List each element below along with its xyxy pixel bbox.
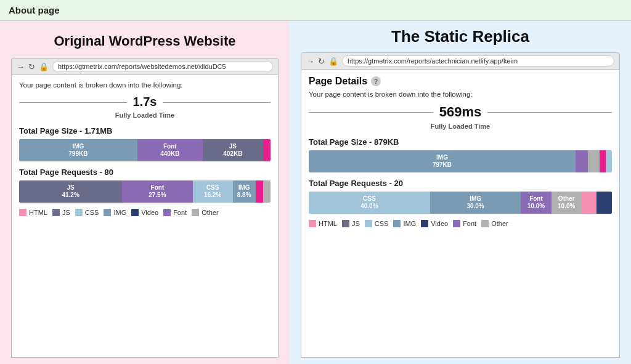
left-legend-img-label: IMG bbox=[113, 209, 126, 216]
right-page-details-heading: Page Details ? bbox=[309, 76, 612, 87]
right-legend: HTML JS CSS IMG bbox=[309, 220, 612, 227]
left-panel-title: Original WordPress Website bbox=[11, 33, 279, 49]
right-legend-video-label: Video bbox=[431, 220, 448, 227]
right-page-requests-bar: CSS 40.0% IMG 30.0% Font 10.0% Other 10.… bbox=[309, 192, 612, 214]
left-panel: Original WordPress Website → ↻ 🔒 https:/… bbox=[0, 21, 290, 364]
left-legend-html: HTML bbox=[19, 209, 47, 216]
right-swatch-video bbox=[421, 220, 428, 227]
left-page-size-bar: IMG 799KB Font 440KB JS 402KB bbox=[19, 139, 271, 161]
right-page-size-bar: IMG 797KB bbox=[309, 150, 612, 172]
right-legend-js: JS bbox=[342, 220, 360, 227]
right-load-time-wrapper: 569ms bbox=[309, 104, 612, 120]
right-url-bar[interactable]: https://gtmetrix.com/reports/actechnicia… bbox=[342, 55, 614, 67]
left-legend-video: Video bbox=[131, 209, 158, 216]
left-swatch-js bbox=[52, 209, 60, 216]
right-load-time-value: 569ms bbox=[433, 104, 488, 120]
left-size-seg-img: IMG 799KB bbox=[19, 139, 137, 161]
left-swatch-other bbox=[192, 209, 199, 216]
right-req-seg-html bbox=[582, 192, 597, 214]
left-intro-text: Your page content is broken down into th… bbox=[19, 81, 271, 89]
right-swatch-other bbox=[481, 220, 489, 227]
left-legend-video-label: Video bbox=[141, 209, 158, 216]
left-load-time-value: 1.7s bbox=[127, 95, 163, 109]
left-swatch-font bbox=[163, 209, 171, 216]
right-load-time-label: Fully Loaded Time bbox=[431, 123, 490, 130]
left-size-seg-accent bbox=[263, 139, 271, 161]
right-swatch-js bbox=[342, 220, 349, 227]
left-size-seg-js: JS 402KB bbox=[203, 139, 263, 161]
left-legend-html-label: HTML bbox=[29, 209, 47, 216]
right-legend-js-label: JS bbox=[352, 220, 360, 227]
left-load-time-wrapper: 1.7s bbox=[19, 95, 271, 109]
right-legend-img: IMG bbox=[393, 220, 416, 227]
right-size-seg-accent bbox=[600, 150, 606, 172]
right-swatch-img bbox=[393, 220, 401, 227]
left-req-seg-img: IMG 8.8% bbox=[233, 180, 256, 203]
left-legend-font-label: Font bbox=[173, 209, 187, 216]
left-url-bar[interactable]: https://gtmetrix.com/reports/websitedemo… bbox=[52, 61, 273, 72]
left-load-time-label: Fully Loaded Time bbox=[115, 111, 174, 119]
right-req-seg-font: Font 10.0% bbox=[521, 192, 551, 214]
right-req-seg-css: CSS 40.0% bbox=[309, 192, 430, 214]
left-page-size-title: Total Page Size - 1.71MB bbox=[19, 126, 271, 135]
right-legend-img-label: IMG bbox=[403, 220, 416, 227]
page-wrapper: About page Original WordPress Website → … bbox=[0, 0, 631, 364]
left-legend-css: CSS bbox=[75, 209, 99, 216]
right-size-seg-css bbox=[606, 150, 612, 172]
left-req-seg-accent bbox=[256, 180, 263, 203]
left-browser-content: Your page content is broken down into th… bbox=[11, 75, 279, 358]
right-swatch-font bbox=[453, 220, 460, 227]
right-req-seg-img: IMG 30.0% bbox=[430, 192, 521, 214]
left-legend-css-label: CSS bbox=[85, 209, 99, 216]
left-swatch-html bbox=[19, 209, 26, 216]
top-bar-label: About page bbox=[9, 5, 60, 15]
left-legend-js-label: JS bbox=[62, 209, 70, 216]
left-legend-other-label: Other bbox=[202, 209, 219, 216]
right-legend-other-label: Other bbox=[491, 220, 508, 227]
left-swatch-css bbox=[75, 209, 83, 216]
left-load-time-section: 1.7s Fully Loaded Time bbox=[19, 95, 271, 119]
right-legend-font-label: Font bbox=[463, 220, 476, 227]
right-legend-css: CSS bbox=[365, 220, 389, 227]
right-panel-heading: The Static Replica bbox=[301, 27, 620, 46]
lock-icon: 🔒 bbox=[39, 62, 49, 71]
main-content: Original WordPress Website → ↻ 🔒 https:/… bbox=[0, 21, 631, 364]
top-bar: About page bbox=[0, 0, 631, 21]
left-page-requests-bar: JS 41.2% Font 27.5% CSS 16.2% IMG 8.8% bbox=[19, 180, 271, 203]
help-badge[interactable]: ? bbox=[371, 76, 381, 86]
right-legend-other: Other bbox=[481, 220, 508, 227]
left-legend-js: JS bbox=[52, 209, 70, 216]
right-size-seg-other bbox=[588, 150, 600, 172]
left-req-seg-other bbox=[263, 180, 271, 203]
right-req-seg-video bbox=[596, 192, 612, 214]
right-intro-text: Your page content is broken down into th… bbox=[309, 91, 612, 98]
right-swatch-css bbox=[365, 220, 372, 227]
left-legend-img: IMG bbox=[104, 209, 126, 216]
right-page-requests-title: Total Page Requests - 20 bbox=[309, 179, 612, 188]
right-req-seg-other: Other 10.0% bbox=[552, 192, 582, 214]
right-size-seg-img: IMG 797KB bbox=[309, 150, 576, 172]
right-legend-html: HTML bbox=[309, 220, 337, 227]
right-browser-bar: → ↻ 🔒 https://gtmetrix.com/reports/actec… bbox=[301, 52, 620, 70]
left-legend-font: Font bbox=[163, 209, 187, 216]
right-refresh-icon: ↻ bbox=[318, 57, 325, 66]
right-load-time-section: 569ms Fully Loaded Time bbox=[309, 104, 612, 130]
left-req-seg-font: Font 27.5% bbox=[122, 180, 192, 203]
right-page-details-label: Page Details bbox=[309, 76, 367, 87]
right-panel: The Static Replica → ↻ 🔒 https://gtmetri… bbox=[290, 21, 631, 364]
right-back-icon: → bbox=[306, 57, 314, 66]
right-lock-icon: 🔒 bbox=[328, 57, 338, 66]
right-legend-css-label: CSS bbox=[375, 220, 389, 227]
left-page-requests-title: Total Page Requests - 80 bbox=[19, 168, 271, 177]
left-legend: HTML JS CSS IMG bbox=[19, 209, 271, 216]
right-size-seg-font bbox=[576, 150, 588, 172]
right-swatch-html bbox=[309, 220, 316, 227]
left-req-seg-js: JS 41.2% bbox=[19, 180, 122, 203]
back-icon: → bbox=[17, 62, 25, 71]
right-legend-font: Font bbox=[453, 220, 476, 227]
left-browser-bar: → ↻ 🔒 https://gtmetrix.com/reports/websi… bbox=[11, 58, 279, 75]
right-legend-video: Video bbox=[421, 220, 448, 227]
left-swatch-video bbox=[131, 209, 139, 216]
right-page-size-title: Total Page Size - 879KB bbox=[309, 137, 612, 147]
right-legend-html-label: HTML bbox=[319, 220, 337, 227]
